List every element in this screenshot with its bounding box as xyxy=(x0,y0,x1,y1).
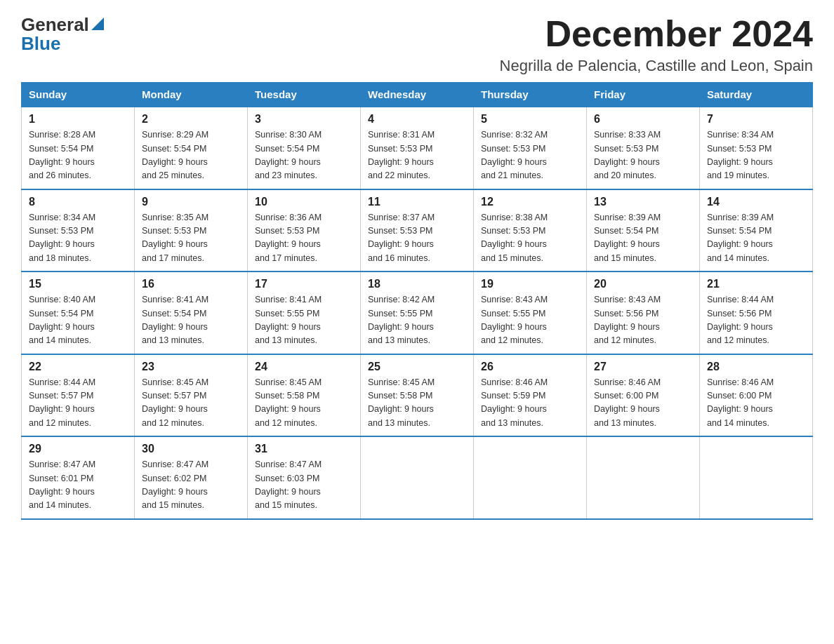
calendar-week-4: 22 Sunrise: 8:44 AMSunset: 5:57 PMDaylig… xyxy=(22,354,813,437)
calendar-cell: 5 Sunrise: 8:32 AMSunset: 5:53 PMDayligh… xyxy=(474,107,587,189)
day-number: 29 xyxy=(29,443,127,455)
day-info: Sunrise: 8:47 AMSunset: 6:03 PMDaylight:… xyxy=(255,459,322,510)
day-number: 14 xyxy=(707,196,805,208)
calendar-cell: 31 Sunrise: 8:47 AMSunset: 6:03 PMDaylig… xyxy=(248,436,361,519)
day-number: 17 xyxy=(255,278,353,290)
day-number: 1 xyxy=(29,113,127,126)
calendar-cell: 16 Sunrise: 8:41 AMSunset: 5:54 PMDaylig… xyxy=(135,271,248,354)
day-info: Sunrise: 8:46 AMSunset: 5:59 PMDaylight:… xyxy=(481,377,548,428)
calendar-cell: 14 Sunrise: 8:39 AMSunset: 5:54 PMDaylig… xyxy=(700,189,813,272)
calendar-week-1: 1 Sunrise: 8:28 AMSunset: 5:54 PMDayligh… xyxy=(22,107,813,189)
weekday-header-saturday: Saturday xyxy=(700,83,813,107)
day-number: 28 xyxy=(707,361,805,373)
calendar-cell: 15 Sunrise: 8:40 AMSunset: 5:54 PMDaylig… xyxy=(22,271,135,354)
day-info: Sunrise: 8:36 AMSunset: 5:53 PMDaylight:… xyxy=(255,213,322,263)
calendar-cell: 21 Sunrise: 8:44 AMSunset: 5:56 PMDaylig… xyxy=(700,271,813,354)
day-info: Sunrise: 8:47 AMSunset: 6:02 PMDaylight:… xyxy=(142,459,208,510)
day-number: 13 xyxy=(594,196,692,208)
day-number: 22 xyxy=(29,361,127,373)
day-info: Sunrise: 8:45 AMSunset: 5:57 PMDaylight:… xyxy=(142,377,208,428)
day-number: 21 xyxy=(707,278,805,290)
calendar-cell: 23 Sunrise: 8:45 AMSunset: 5:57 PMDaylig… xyxy=(135,354,248,437)
calendar-cell: 24 Sunrise: 8:45 AMSunset: 5:58 PMDaylig… xyxy=(248,354,361,437)
weekday-header-tuesday: Tuesday xyxy=(248,83,361,107)
calendar-cell: 8 Sunrise: 8:34 AMSunset: 5:53 PMDayligh… xyxy=(22,189,135,272)
day-info: Sunrise: 8:43 AMSunset: 5:56 PMDaylight:… xyxy=(594,295,661,345)
day-number: 25 xyxy=(368,361,466,373)
calendar-cell: 17 Sunrise: 8:41 AMSunset: 5:55 PMDaylig… xyxy=(248,271,361,354)
month-title: December 2024 xyxy=(500,14,813,54)
day-info: Sunrise: 8:43 AMSunset: 5:55 PMDaylight:… xyxy=(481,295,548,345)
day-info: Sunrise: 8:38 AMSunset: 5:53 PMDaylight:… xyxy=(481,213,548,263)
day-info: Sunrise: 8:41 AMSunset: 5:55 PMDaylight:… xyxy=(255,295,322,345)
calendar-cell: 20 Sunrise: 8:43 AMSunset: 5:56 PMDaylig… xyxy=(587,271,700,354)
day-info: Sunrise: 8:30 AMSunset: 5:54 PMDaylight:… xyxy=(255,130,322,180)
title-block: December 2024 Negrilla de Palencia, Cast… xyxy=(500,14,813,75)
day-number: 9 xyxy=(142,196,240,208)
day-info: Sunrise: 8:34 AMSunset: 5:53 PMDaylight:… xyxy=(29,213,95,263)
calendar-cell: 9 Sunrise: 8:35 AMSunset: 5:53 PMDayligh… xyxy=(135,189,248,272)
calendar-week-5: 29 Sunrise: 8:47 AMSunset: 6:01 PMDaylig… xyxy=(22,436,813,519)
day-info: Sunrise: 8:46 AMSunset: 6:00 PMDaylight:… xyxy=(594,377,661,428)
day-info: Sunrise: 8:29 AMSunset: 5:54 PMDaylight:… xyxy=(142,130,208,180)
day-number: 12 xyxy=(481,196,579,208)
calendar-cell: 6 Sunrise: 8:33 AMSunset: 5:53 PMDayligh… xyxy=(587,107,700,189)
calendar-cell xyxy=(361,436,474,519)
day-number: 8 xyxy=(29,196,127,208)
day-number: 6 xyxy=(594,113,692,126)
day-number: 30 xyxy=(142,443,240,455)
day-info: Sunrise: 8:39 AMSunset: 5:54 PMDaylight:… xyxy=(594,213,661,263)
calendar-cell: 7 Sunrise: 8:34 AMSunset: 5:53 PMDayligh… xyxy=(700,107,813,189)
day-info: Sunrise: 8:31 AMSunset: 5:53 PMDaylight:… xyxy=(368,130,435,180)
calendar-cell xyxy=(474,436,587,519)
calendar-cell: 28 Sunrise: 8:46 AMSunset: 6:00 PMDaylig… xyxy=(700,354,813,437)
day-info: Sunrise: 8:28 AMSunset: 5:54 PMDaylight:… xyxy=(29,130,95,180)
day-info: Sunrise: 8:33 AMSunset: 5:53 PMDaylight:… xyxy=(594,130,661,180)
calendar-cell: 11 Sunrise: 8:37 AMSunset: 5:53 PMDaylig… xyxy=(361,189,474,272)
calendar-cell: 1 Sunrise: 8:28 AMSunset: 5:54 PMDayligh… xyxy=(22,107,135,189)
day-info: Sunrise: 8:32 AMSunset: 5:53 PMDaylight:… xyxy=(481,130,548,180)
calendar-cell xyxy=(700,436,813,519)
day-number: 2 xyxy=(142,113,240,126)
day-info: Sunrise: 8:37 AMSunset: 5:53 PMDaylight:… xyxy=(368,213,435,263)
day-info: Sunrise: 8:44 AMSunset: 5:56 PMDaylight:… xyxy=(707,295,774,345)
calendar-cell: 10 Sunrise: 8:36 AMSunset: 5:53 PMDaylig… xyxy=(248,189,361,272)
weekday-header-monday: Monday xyxy=(135,83,248,107)
weekday-header-thursday: Thursday xyxy=(474,83,587,107)
weekday-header-friday: Friday xyxy=(587,83,700,107)
day-info: Sunrise: 8:45 AMSunset: 5:58 PMDaylight:… xyxy=(368,377,435,428)
day-number: 11 xyxy=(368,196,466,208)
calendar-cell xyxy=(587,436,700,519)
day-number: 16 xyxy=(142,278,240,290)
day-number: 26 xyxy=(481,361,579,373)
weekday-header-sunday: Sunday xyxy=(22,83,135,107)
day-info: Sunrise: 8:44 AMSunset: 5:57 PMDaylight:… xyxy=(29,377,95,428)
day-info: Sunrise: 8:41 AMSunset: 5:54 PMDaylight:… xyxy=(142,295,208,345)
page-header: General Blue December 2024 Negrilla de P… xyxy=(21,14,813,75)
day-number: 31 xyxy=(255,443,353,455)
day-number: 20 xyxy=(594,278,692,290)
logo-blue-text: Blue xyxy=(21,33,60,55)
calendar-cell: 4 Sunrise: 8:31 AMSunset: 5:53 PMDayligh… xyxy=(361,107,474,189)
calendar-cell: 29 Sunrise: 8:47 AMSunset: 6:01 PMDaylig… xyxy=(22,436,135,519)
day-number: 24 xyxy=(255,361,353,373)
day-info: Sunrise: 8:35 AMSunset: 5:53 PMDaylight:… xyxy=(142,213,208,263)
calendar-cell: 2 Sunrise: 8:29 AMSunset: 5:54 PMDayligh… xyxy=(135,107,248,189)
day-info: Sunrise: 8:46 AMSunset: 6:00 PMDaylight:… xyxy=(707,377,774,428)
calendar-cell: 25 Sunrise: 8:45 AMSunset: 5:58 PMDaylig… xyxy=(361,354,474,437)
calendar-cell: 3 Sunrise: 8:30 AMSunset: 5:54 PMDayligh… xyxy=(248,107,361,189)
day-info: Sunrise: 8:42 AMSunset: 5:55 PMDaylight:… xyxy=(368,295,435,345)
calendar-table: SundayMondayTuesdayWednesdayThursdayFrid… xyxy=(21,82,813,520)
day-info: Sunrise: 8:34 AMSunset: 5:53 PMDaylight:… xyxy=(707,130,774,180)
day-number: 4 xyxy=(368,113,466,126)
calendar-cell: 26 Sunrise: 8:46 AMSunset: 5:59 PMDaylig… xyxy=(474,354,587,437)
day-info: Sunrise: 8:40 AMSunset: 5:54 PMDaylight:… xyxy=(29,295,95,345)
day-info: Sunrise: 8:45 AMSunset: 5:58 PMDaylight:… xyxy=(255,377,322,428)
logo: General Blue xyxy=(21,14,104,55)
location-title: Negrilla de Palencia, Castille and Leon,… xyxy=(500,57,813,75)
day-number: 27 xyxy=(594,361,692,373)
calendar-cell: 18 Sunrise: 8:42 AMSunset: 5:55 PMDaylig… xyxy=(361,271,474,354)
calendar-cell: 30 Sunrise: 8:47 AMSunset: 6:02 PMDaylig… xyxy=(135,436,248,519)
calendar-cell: 19 Sunrise: 8:43 AMSunset: 5:55 PMDaylig… xyxy=(474,271,587,354)
day-number: 5 xyxy=(481,113,579,126)
